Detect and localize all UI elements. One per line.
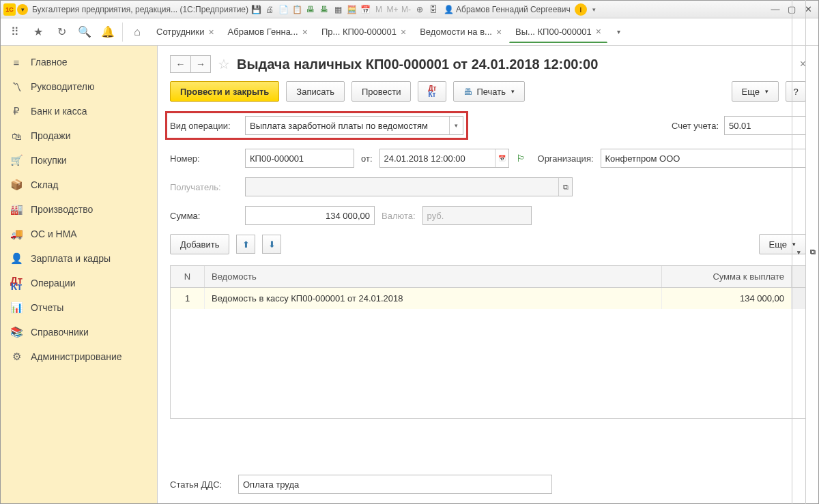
- sidebar-item-manager[interactable]: 〽Руководителю: [1, 74, 157, 99]
- sidebar-item-bank[interactable]: ₽Банк и касса: [1, 99, 157, 123]
- post-button[interactable]: Провести: [351, 81, 412, 102]
- close-icon[interactable]: ×: [496, 27, 502, 38]
- m-icon[interactable]: M: [373, 3, 385, 16]
- sidebar-item-purchases[interactable]: 🛒Покупки: [1, 148, 157, 173]
- col-sum-header[interactable]: Сумма к выплате: [662, 266, 792, 287]
- date-input[interactable]: 24.01.2018 12:00:00 📅: [379, 149, 509, 168]
- print2-icon[interactable]: 🖶: [304, 3, 317, 16]
- calendar-icon[interactable]: 📅: [359, 3, 371, 16]
- menu-icon: ≡: [10, 57, 23, 68]
- print-icon[interactable]: 🖨: [263, 3, 276, 16]
- history-icon[interactable]: ↻: [51, 22, 72, 42]
- sidebar-item-reports[interactable]: 📊Отчеты: [1, 295, 157, 320]
- org-label: Организация:: [538, 153, 594, 164]
- save-button[interactable]: Записать: [286, 81, 345, 102]
- post-close-button[interactable]: Провести и закрыть: [170, 81, 279, 102]
- operation-type-row: Вид операции: Выплата заработной платы п…: [165, 111, 468, 140]
- tabs-more-icon[interactable]: ▾: [609, 22, 629, 42]
- dds-input[interactable]: Оплата труда ▾ ⧉: [238, 475, 552, 494]
- sum-input[interactable]: 134 000,00: [245, 206, 375, 225]
- info-dd-icon[interactable]: ▾: [588, 3, 601, 16]
- col-n-header[interactable]: N: [171, 266, 205, 287]
- body: ≡Главное 〽Руководителю ₽Банк и касса 🛍Пр…: [1, 46, 818, 503]
- favorite-star-icon[interactable]: ☆: [218, 56, 230, 72]
- preview-icon[interactable]: 🖶: [318, 3, 330, 16]
- home-icon[interactable]: ⌂: [127, 22, 147, 42]
- mminus-icon[interactable]: M-: [400, 3, 412, 16]
- close-icon[interactable]: ×: [208, 27, 214, 38]
- sum-row: Сумма: 134 000,00 Валюта: руб. ▾ ⧉: [170, 205, 806, 226]
- user-avatar-icon: 👤: [444, 5, 454, 14]
- db-icon[interactable]: 🗄: [427, 3, 440, 16]
- number-input[interactable]: КП00-000001: [245, 149, 354, 168]
- app-logo-icon: 1C: [3, 3, 16, 16]
- close-icon[interactable]: ×: [596, 26, 601, 37]
- calc-icon[interactable]: 🧮: [345, 3, 358, 16]
- move-down-button[interactable]: ⬇: [262, 235, 281, 254]
- titlebar: 1C ▾ Бухгалтерия предприятия, редакция..…: [1, 1, 818, 18]
- print-button[interactable]: 🖶Печать▾: [453, 81, 525, 102]
- doc-icon[interactable]: 📄: [277, 3, 289, 16]
- user-label[interactable]: 👤Абрамов Геннадий Сергеевич: [441, 5, 573, 14]
- tab-vedomosti[interactable]: Ведомости на в...×: [414, 21, 508, 43]
- doc-header: ← → ☆ Выдача наличных КП00-000001 от 24.…: [170, 55, 806, 73]
- dds-row: Статья ДДС: Оплата труда ▾ ⧉: [170, 466, 806, 494]
- dtkt-icon: ДтКт: [10, 277, 23, 289]
- tab-current[interactable]: Вы... КП00-000001×: [509, 21, 607, 43]
- cell-n: 1: [171, 288, 205, 309]
- more-button[interactable]: Еще▾: [732, 81, 779, 102]
- chevron-down-icon[interactable]: ▾: [792, 46, 805, 503]
- mplus-icon[interactable]: M+: [386, 3, 399, 16]
- sidebar-item-sales[interactable]: 🛍Продажи: [1, 123, 157, 148]
- from-label: от:: [361, 153, 373, 164]
- app-title: Бухгалтерия предприятия, редакция... (1С…: [32, 5, 248, 14]
- sidebar-item-operations[interactable]: ДтКтОперации: [1, 271, 157, 295]
- toolbar: ⠿ ★ ↻ 🔍 🔔 ⌂ Сотрудники× Абрамов Генна...…: [1, 18, 818, 46]
- open-icon: ⧉: [558, 178, 572, 196]
- tab-pr[interactable]: Пр... КП00-000001×: [315, 21, 412, 43]
- tab-abramov[interactable]: Абрамов Генна...×: [222, 21, 314, 43]
- close-icon[interactable]: ×: [401, 27, 406, 38]
- minimize-button[interactable]: —: [768, 3, 783, 16]
- titlebar-menu-icon[interactable]: ▾: [17, 4, 28, 15]
- open-icon[interactable]: ⧉: [805, 46, 818, 503]
- dtkt-button[interactable]: ДтКт: [418, 81, 446, 102]
- dtkt-icon: ДтКт: [428, 85, 436, 98]
- sidebar-item-main[interactable]: ≡Главное: [1, 50, 157, 74]
- sidebar-item-assets[interactable]: 🚚ОС и НМА: [1, 222, 157, 246]
- box-icon: 📦: [10, 179, 23, 191]
- printer-icon: 🖶: [463, 87, 472, 97]
- close-icon[interactable]: ×: [302, 27, 308, 38]
- copy-icon[interactable]: 📋: [291, 3, 303, 16]
- sidebar-item-admin[interactable]: ⚙Администрирование: [1, 344, 157, 369]
- recipient-label: Получатель:: [170, 182, 238, 192]
- sidebar-item-hr[interactable]: 👤Зарплата и кадры: [1, 246, 157, 271]
- col-vedomost-header[interactable]: Ведомость: [205, 266, 662, 287]
- number-row: Номер: КП00-000001 от: 24.01.2018 12:00:…: [170, 148, 806, 168]
- apps-icon[interactable]: ⠿: [5, 22, 25, 42]
- sidebar-item-catalogs[interactable]: 📚Справочники: [1, 320, 157, 344]
- sidebar-item-production[interactable]: 🏭Производство: [1, 197, 157, 222]
- ruble-icon: ₽: [10, 105, 23, 117]
- save-icon[interactable]: 💾: [250, 3, 262, 16]
- account-label: Счет учета:: [672, 121, 719, 131]
- move-up-button[interactable]: ⬆: [236, 235, 255, 254]
- table-row[interactable]: 1 Ведомость в кассу КП00-000001 от 24.01…: [171, 288, 805, 309]
- info-icon[interactable]: i: [575, 3, 587, 16]
- tab-employees[interactable]: Сотрудники×: [150, 21, 220, 43]
- calendar-icon[interactable]: 📅: [495, 149, 508, 167]
- chevron-down-icon[interactable]: ▾: [449, 117, 463, 134]
- op-type-input[interactable]: Выплата заработной платы по ведомостям ▾: [245, 116, 463, 135]
- gear-icon: ⚙: [10, 351, 23, 363]
- nav-forward-button[interactable]: →: [190, 55, 211, 73]
- favorite-icon[interactable]: ★: [28, 22, 48, 42]
- search-icon[interactable]: 🔍: [74, 22, 95, 42]
- notifications-icon[interactable]: 🔔: [98, 22, 118, 42]
- table-actions: Добавить ⬆ ⬇ Еще▾: [170, 234, 806, 254]
- nav-back-button[interactable]: ←: [170, 55, 190, 73]
- org-input[interactable]: Конфетпром ООО ▾ ⧉: [601, 149, 806, 168]
- add-button[interactable]: Добавить: [170, 234, 229, 254]
- sidebar-item-warehouse[interactable]: 📦Склад: [1, 173, 157, 197]
- zoom-icon[interactable]: ⊕: [414, 3, 426, 16]
- sheet-icon[interactable]: ▦: [332, 3, 344, 16]
